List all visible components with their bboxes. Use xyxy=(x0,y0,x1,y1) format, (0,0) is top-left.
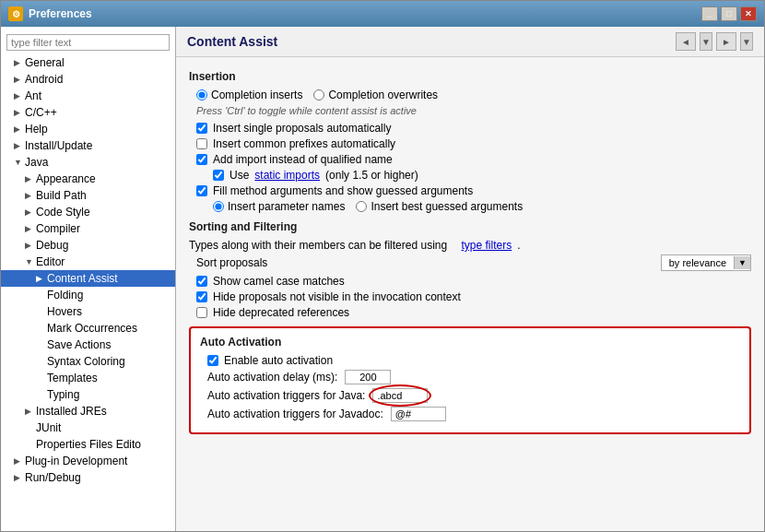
fill-method-label: Fill method arguments and show guessed a… xyxy=(213,184,473,197)
hide-not-visible-checkbox[interactable] xyxy=(196,291,207,302)
arrow-general: ▶ xyxy=(14,58,25,67)
arrow-android: ▶ xyxy=(14,75,25,84)
show-camel-checkbox[interactable] xyxy=(196,276,207,287)
javadoc-trigger-input[interactable] xyxy=(391,407,446,421)
sidebar-item-ant[interactable]: ▶ Ant xyxy=(1,88,175,104)
type-filters-link[interactable]: type filters xyxy=(462,239,512,252)
sidebar-item-code-style[interactable]: ▶ Code Style xyxy=(1,204,175,220)
sidebar-item-mark-occurrences[interactable]: Mark Occurrences xyxy=(1,320,175,337)
insert-single-checkbox[interactable] xyxy=(196,123,207,134)
completion-inserts-text: Completion inserts xyxy=(211,89,302,101)
label-appearance: Appearance xyxy=(36,172,96,185)
arrow-plugin: ▶ xyxy=(14,456,25,466)
arrow-typing xyxy=(36,390,47,399)
java-trigger-row: Auto activation triggers for Java: xyxy=(200,388,740,403)
sidebar-item-junit[interactable]: JUnit xyxy=(1,420,175,436)
static-imports-suffix: (only 1.5 or higher) xyxy=(325,169,418,182)
completion-overwrites-radio[interactable] xyxy=(313,89,324,100)
label-help: Help xyxy=(25,123,48,136)
sidebar-item-run-debug[interactable]: ▶ Run/Debug xyxy=(1,469,175,486)
static-imports-link[interactable]: static imports xyxy=(254,169,320,182)
sorting-title: Sorting and Filtering xyxy=(189,220,751,233)
add-import-label: Add import instead of qualified name xyxy=(213,153,393,166)
insert-param-text: Insert parameter names xyxy=(228,200,345,213)
sidebar-item-save-actions[interactable]: Save Actions xyxy=(1,337,175,353)
window-title: Preferences xyxy=(29,7,92,20)
hide-deprecated-label: Hide deprecated references xyxy=(213,306,349,319)
label-jres: Installed JREs xyxy=(36,405,107,418)
sidebar-item-build-path[interactable]: ▶ Build Path xyxy=(1,187,175,204)
insert-best-label[interactable]: Insert best guessed arguments xyxy=(356,200,523,213)
sidebar-item-jres[interactable]: ▶ Installed JREs xyxy=(1,403,175,420)
add-import-row: Add import instead of qualified name xyxy=(189,153,751,166)
sidebar-item-plugin[interactable]: ▶ Plug-in Development xyxy=(1,453,175,469)
arrow-build-path: ▶ xyxy=(25,191,36,200)
titlebar: ⚙ Preferences _ □ ✕ xyxy=(1,1,764,27)
sidebar-item-android[interactable]: ▶ Android xyxy=(1,71,175,88)
sidebar-item-hovers[interactable]: Hovers xyxy=(1,303,175,320)
arrow-jres: ▶ xyxy=(25,407,36,416)
maximize-button[interactable]: □ xyxy=(721,6,737,21)
label-editor: Editor xyxy=(36,255,65,268)
sidebar-item-install[interactable]: ▶ Install/Update xyxy=(1,137,175,154)
forward-dropdown[interactable]: ▼ xyxy=(740,32,753,51)
sidebar-item-syntax-coloring[interactable]: Syntax Coloring xyxy=(1,353,175,370)
add-import-checkbox[interactable] xyxy=(196,154,207,165)
label-debug: Debug xyxy=(36,239,68,252)
insert-common-checkbox[interactable] xyxy=(196,138,207,149)
delay-label: Auto activation delay (ms): xyxy=(207,371,337,384)
insertion-title: Insertion xyxy=(189,70,751,83)
fill-method-checkbox[interactable] xyxy=(196,185,207,196)
java-trigger-label: Auto activation triggers for Java: xyxy=(207,389,365,402)
titlebar-buttons: _ □ ✕ xyxy=(701,6,757,21)
back-dropdown[interactable]: ▼ xyxy=(700,32,712,51)
sidebar-item-java[interactable]: ▼ Java xyxy=(1,154,175,171)
static-imports-checkbox[interactable] xyxy=(213,170,224,181)
sidebar-item-editor[interactable]: ▼ Editor xyxy=(1,254,175,270)
sort-dropdown[interactable]: by relevance ▼ xyxy=(661,254,751,271)
sidebar-item-templates[interactable]: Templates xyxy=(1,370,175,386)
sidebar-item-content-assist[interactable]: ▶ Content Assist xyxy=(1,270,175,287)
hide-deprecated-row: Hide deprecated references xyxy=(189,306,751,319)
label-plugin: Plug-in Development xyxy=(25,455,127,467)
static-imports-row: Use static imports (only 1.5 or higher) xyxy=(189,169,751,182)
sidebar-item-compiler[interactable]: ▶ Compiler xyxy=(1,220,175,237)
search-input[interactable] xyxy=(6,34,170,51)
sidebar-item-appearance[interactable]: ▶ Appearance xyxy=(1,171,175,187)
forward-button[interactable]: ► xyxy=(716,32,736,51)
back-button[interactable]: ◄ xyxy=(676,32,696,51)
sidebar-item-typing[interactable]: Typing xyxy=(1,386,175,403)
enable-auto-checkbox[interactable] xyxy=(207,355,218,366)
sort-dropdown-text: by relevance xyxy=(662,255,734,270)
close-button[interactable]: ✕ xyxy=(740,6,757,21)
auto-activation-title: Auto Activation xyxy=(200,336,740,349)
label-folding: Folding xyxy=(47,289,83,301)
label-compiler: Compiler xyxy=(36,222,80,235)
insert-best-radio[interactable] xyxy=(356,201,367,212)
arrow-content-assist: ▶ xyxy=(36,274,47,283)
delay-input[interactable] xyxy=(345,370,391,384)
sidebar-item-general[interactable]: ▶ General xyxy=(1,54,175,71)
sidebar-item-help[interactable]: ▶ Help xyxy=(1,121,175,137)
sidebar-item-folding[interactable]: Folding xyxy=(1,287,175,303)
sidebar-item-cpp[interactable]: ▶ C/C++ xyxy=(1,104,175,121)
sidebar-item-properties[interactable]: Properties Files Edito xyxy=(1,436,175,453)
insert-param-label[interactable]: Insert parameter names xyxy=(213,200,345,213)
label-general: General xyxy=(25,56,65,69)
arrow-templates xyxy=(36,373,47,383)
completion-overwrites-label[interactable]: Completion overwrites xyxy=(313,89,438,101)
delay-row: Auto activation delay (ms): xyxy=(200,370,740,384)
completion-overwrites-text: Completion overwrites xyxy=(328,89,438,101)
insert-param-radio[interactable] xyxy=(213,201,224,212)
hide-deprecated-checkbox[interactable] xyxy=(196,307,207,318)
arrow-code-style: ▶ xyxy=(25,207,36,217)
completion-inserts-label[interactable]: Completion inserts xyxy=(196,89,302,101)
minimize-button[interactable]: _ xyxy=(701,6,718,21)
completion-inserts-radio[interactable] xyxy=(196,89,207,100)
label-run-debug: Run/Debug xyxy=(25,471,81,484)
sidebar: ▶ General ▶ Android ▶ Ant ▶ C/C++ ▶ Help xyxy=(1,27,176,531)
arrow-junit xyxy=(25,423,36,432)
java-trigger-input[interactable] xyxy=(372,388,428,403)
arrow-debug: ▶ xyxy=(25,241,36,250)
sidebar-item-debug[interactable]: ▶ Debug xyxy=(1,237,175,254)
